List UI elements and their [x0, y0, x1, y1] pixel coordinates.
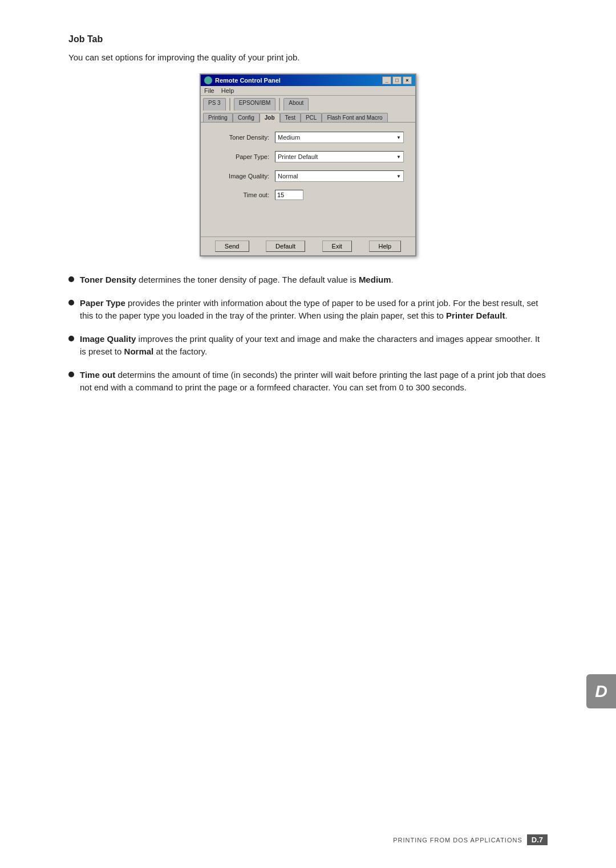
- minimize-button[interactable]: _: [382, 76, 391, 84]
- tab-epson-ibm[interactable]: EPSON/IBM: [234, 98, 276, 111]
- list-item: Time out determins the amount of time (i…: [68, 369, 548, 394]
- titlebar-left: Remote Control Panel: [204, 76, 281, 84]
- tab-about[interactable]: About: [283, 98, 309, 111]
- bullet-dot-1: [68, 276, 74, 282]
- timeout-label: Time out:: [212, 191, 269, 198]
- image-quality-select[interactable]: Normal ▼: [275, 170, 404, 182]
- footer-badge: D.7: [527, 834, 548, 845]
- tab-divider-2: [279, 98, 280, 111]
- tab-ps3[interactable]: PS 3: [203, 98, 226, 111]
- dialog-footer: Send Default Exit Help: [201, 237, 415, 255]
- intro-text: You can set options for improving the qu…: [68, 52, 548, 62]
- term-paper-type: Paper Type: [80, 298, 125, 308]
- term-image-quality: Image Quality: [80, 334, 136, 344]
- send-button[interactable]: Send: [215, 241, 249, 252]
- tab-divider-1: [229, 98, 230, 111]
- bullet-dot-4: [68, 372, 74, 377]
- tab-flash-font-macro[interactable]: Flash Font and Macro: [322, 113, 387, 122]
- term-time-out: Time out: [80, 370, 115, 380]
- toner-density-arrow: ▼: [396, 135, 401, 140]
- bullet-list: Toner Density determines the toner densi…: [68, 274, 548, 394]
- page-footer: Printing From DOS Applications D.7: [393, 834, 548, 845]
- paper-type-row: Paper Type: Printer Default ▼: [212, 151, 404, 162]
- tab-group-top: PS 3 EPSON/IBM About: [203, 98, 309, 111]
- toner-density-row: Toner Density: Medium ▼: [212, 132, 404, 143]
- term-toner-density: Toner Density: [80, 275, 136, 284]
- bullet-text-1: Toner Density determines the toner densi…: [80, 274, 548, 287]
- bullet-text-2: Paper Type provides the printer with inf…: [80, 297, 548, 323]
- close-button[interactable]: ×: [403, 76, 412, 84]
- dialog-app-icon: [204, 76, 212, 84]
- toner-density-select[interactable]: Medium ▼: [275, 132, 404, 143]
- dialog-body: Toner Density: Medium ▼ Paper Type: Prin…: [201, 123, 415, 237]
- menu-file[interactable]: File: [204, 87, 214, 94]
- bullet-text-3: Image Quality improves the print quality…: [80, 333, 548, 358]
- dialog-wrapper: Remote Control Panel _ □ × File Help PS …: [68, 74, 548, 256]
- list-item: Toner Density determines the toner densi…: [68, 274, 548, 287]
- paper-type-label: Paper Type:: [212, 153, 269, 160]
- toner-density-label: Toner Density:: [212, 134, 269, 141]
- dialog-menubar: File Help: [201, 86, 415, 96]
- tabs-container: PS 3 EPSON/IBM About: [201, 96, 415, 111]
- maximize-button[interactable]: □: [392, 76, 402, 84]
- bullet-dot-2: [68, 300, 74, 305]
- bold-normal: Normal: [124, 347, 154, 356]
- bold-medium: Medium: [359, 275, 391, 284]
- timeout-input[interactable]: [275, 190, 303, 200]
- list-item: Paper Type provides the printer with inf…: [68, 297, 548, 323]
- tabs-row2: Printing Config Job Test PCL Flash Font …: [201, 111, 415, 123]
- dialog-titlebar: Remote Control Panel _ □ ×: [201, 75, 415, 86]
- menu-help[interactable]: Help: [221, 87, 234, 94]
- bullet-text-4: Time out determins the amount of time (i…: [80, 369, 548, 394]
- paper-type-arrow: ▼: [396, 154, 401, 160]
- side-tab-d: D: [586, 674, 616, 708]
- image-quality-arrow: ▼: [396, 174, 401, 179]
- bullet-dot-3: [68, 336, 74, 341]
- section-title: Job Tab: [68, 34, 548, 44]
- bold-printer-default: Printer Default: [446, 311, 505, 320]
- remote-control-panel-dialog: Remote Control Panel _ □ × File Help PS …: [200, 74, 416, 256]
- tab-config[interactable]: Config: [233, 113, 260, 122]
- tab-printing[interactable]: Printing: [203, 113, 233, 122]
- paper-type-value: Printer Default: [278, 153, 318, 160]
- footer-label: Printing From DOS Applications: [393, 837, 522, 843]
- list-item: Image Quality improves the print quality…: [68, 333, 548, 358]
- default-button[interactable]: Default: [266, 241, 305, 252]
- image-quality-value: Normal: [278, 173, 298, 180]
- side-tab-letter: D: [595, 682, 607, 701]
- toner-density-value: Medium: [278, 134, 300, 141]
- tab-test[interactable]: Test: [280, 113, 301, 122]
- timeout-row: Time out:: [212, 190, 404, 200]
- image-quality-row: Image Quality: Normal ▼: [212, 170, 404, 182]
- paper-type-select[interactable]: Printer Default ▼: [275, 151, 404, 162]
- tab-pcl[interactable]: PCL: [301, 113, 322, 122]
- exit-button[interactable]: Exit: [322, 241, 352, 252]
- image-quality-label: Image Quality:: [212, 173, 269, 180]
- dialog-window-controls: _ □ ×: [382, 76, 412, 84]
- help-button[interactable]: Help: [369, 241, 402, 252]
- tab-job[interactable]: Job: [260, 113, 280, 123]
- dialog-title: Remote Control Panel: [215, 77, 281, 84]
